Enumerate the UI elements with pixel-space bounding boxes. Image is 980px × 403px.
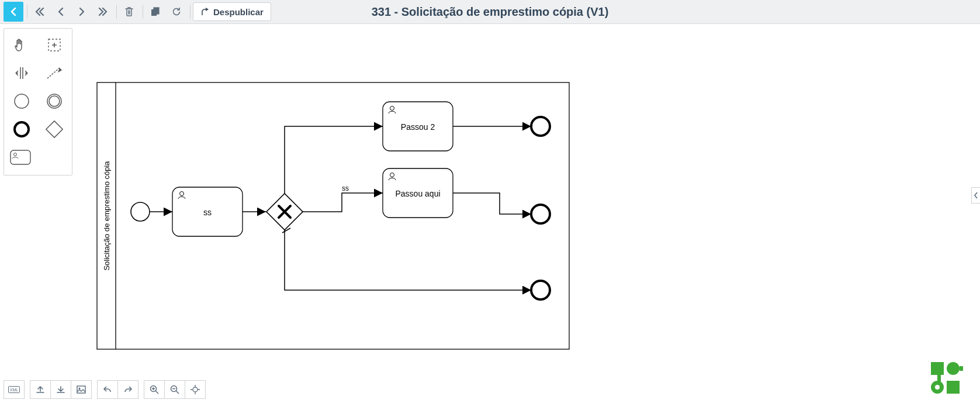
pool-label: Solicitação de emprestimo cópia [102, 161, 111, 271]
gateway-icon [45, 120, 64, 139]
space-tool[interactable] [6, 60, 37, 86]
zoom-in-button[interactable] [144, 380, 165, 399]
end-event-shape[interactable] [6, 116, 37, 142]
redo-button[interactable] [117, 380, 138, 399]
undo-icon [103, 385, 112, 394]
flow-label-ss: ss [342, 184, 349, 192]
share-icon [200, 8, 210, 16]
separator [143, 5, 143, 19]
chevron-double-left-icon [35, 8, 44, 16]
bpmn-canvas[interactable]: Solicitação de emprestimo cópia ss Passo… [96, 82, 570, 350]
svg-point-24 [935, 385, 940, 390]
last-button[interactable] [93, 2, 113, 22]
gateway-shape[interactable] [39, 116, 70, 142]
space-tool-icon [13, 65, 30, 81]
start-event[interactable] [131, 202, 150, 221]
connect-tool[interactable] [39, 60, 70, 86]
prev-button[interactable] [51, 2, 71, 22]
start-event-icon [12, 92, 31, 111]
end-event-icon [12, 120, 31, 139]
svg-text:XML: XML [10, 388, 19, 392]
zoom-fit-button[interactable] [185, 380, 206, 399]
image-icon [77, 385, 86, 394]
xml-view-button[interactable]: XML [4, 380, 25, 399]
end-event-3[interactable] [531, 281, 550, 299]
top-toolbar: Despublicar 331 - Solicitação de emprest… [0, 0, 980, 24]
svg-point-22 [947, 362, 960, 375]
refresh-button[interactable] [167, 2, 186, 22]
svg-rect-26 [937, 373, 941, 383]
task-passou-aqui-label: Passou aqui [395, 189, 440, 198]
separator [27, 5, 27, 19]
image-export-button[interactable] [71, 380, 92, 399]
zoom-in-icon [150, 385, 159, 394]
hand-tool[interactable] [6, 32, 37, 58]
svg-rect-25 [947, 381, 960, 394]
lasso-tool-icon [46, 37, 63, 53]
refresh-icon [172, 7, 181, 16]
chevron-left-icon [57, 8, 64, 16]
task-passou2-label: Passou 2 [401, 122, 435, 132]
user-task-shape[interactable] [6, 144, 70, 170]
download-button[interactable] [50, 380, 71, 399]
chevron-right-icon [78, 8, 85, 16]
separator [190, 5, 191, 19]
copy-icon [151, 7, 160, 16]
brand-logo [931, 362, 969, 396]
back-button[interactable] [4, 2, 23, 22]
zoom-out-icon [170, 385, 179, 394]
intermediate-event-shape[interactable] [39, 88, 70, 114]
intermediate-event-icon [45, 92, 64, 111]
next-button[interactable] [72, 2, 92, 22]
chevron-double-right-icon [98, 8, 108, 16]
download-icon [56, 385, 65, 394]
trash-icon [125, 7, 133, 16]
unpublish-label: Despublicar [213, 7, 264, 17]
first-button[interactable] [30, 2, 50, 22]
xml-icon: XML [8, 386, 20, 393]
task-ss-label: ss [203, 208, 212, 217]
unpublish-button[interactable]: Despublicar [193, 2, 271, 21]
svg-rect-16 [77, 386, 85, 393]
crosshair-icon [191, 385, 200, 394]
svg-point-7 [15, 122, 29, 136]
end-event-1[interactable] [531, 117, 550, 136]
svg-point-4 [15, 94, 29, 108]
tool-palette [4, 28, 72, 175]
logo-icon [931, 362, 969, 394]
upload-button[interactable] [30, 380, 51, 399]
chevron-left-icon [10, 8, 17, 16]
svg-rect-8 [46, 121, 63, 137]
chevron-left-icon [974, 192, 978, 199]
connect-tool-icon [46, 65, 63, 81]
lasso-tool[interactable] [39, 32, 70, 58]
svg-rect-2 [154, 8, 159, 14]
svg-point-10 [14, 153, 17, 156]
copy-button[interactable] [146, 2, 165, 22]
hand-tool-icon [13, 37, 30, 53]
zoom-out-button[interactable] [164, 380, 185, 399]
redo-icon [123, 385, 133, 394]
user-task-icon [10, 150, 31, 165]
panel-collapse-tab[interactable] [971, 187, 980, 204]
pool[interactable] [97, 82, 569, 349]
bottom-toolbar: XML [4, 380, 205, 399]
svg-point-20 [193, 387, 198, 392]
delete-button[interactable] [119, 2, 139, 22]
undo-button[interactable] [97, 380, 118, 399]
svg-point-6 [49, 96, 60, 106]
end-event-2[interactable] [531, 205, 550, 223]
separator [116, 5, 117, 19]
start-event-shape[interactable] [6, 88, 37, 114]
upload-icon [36, 385, 45, 394]
